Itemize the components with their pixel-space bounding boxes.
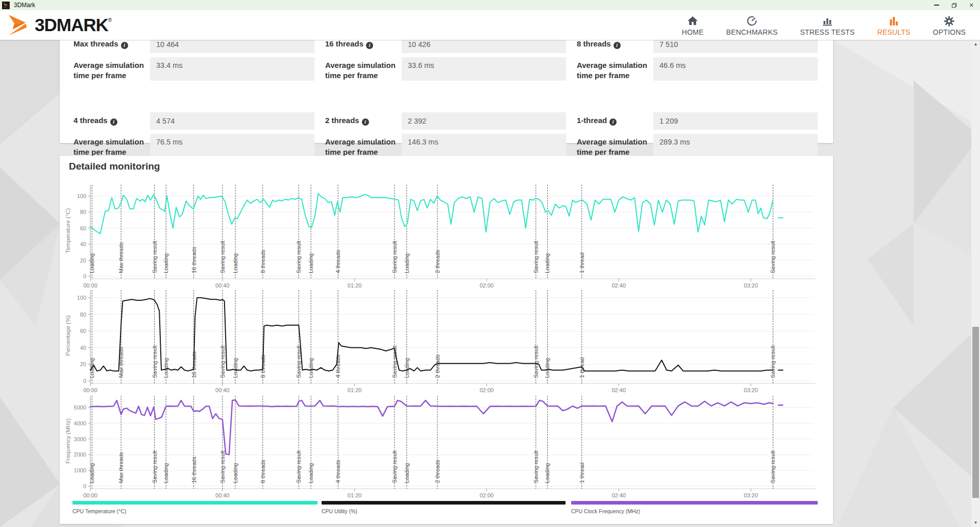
info-icon[interactable]: i: [614, 42, 621, 49]
y-tick-label: 0: [83, 483, 86, 489]
monitoring-card: Detailed monitoring 02040608010000:0000:…: [60, 156, 833, 524]
info-icon[interactable]: i: [362, 118, 369, 126]
score-label: 4 threadsi: [74, 115, 153, 126]
phase-label: Loading: [163, 253, 169, 273]
phase-label: 8 threads: [260, 250, 266, 273]
avg-sim-time-value: 33.4 ms: [150, 57, 314, 81]
nav-item-benchmarks[interactable]: BENCHMARKS: [726, 14, 778, 36]
nav-item-options[interactable]: OPTIONS: [933, 14, 966, 36]
avg-sim-time-label: Average simulation time per frame: [577, 137, 656, 158]
legend-label: CPU Temperature (°C): [72, 508, 317, 514]
score-label: 16 threadsi: [325, 40, 404, 49]
section-title: Detailed monitoring: [69, 161, 160, 172]
minimize-icon: [934, 5, 939, 6]
navbar: 3DMARK® HOMEBENCHMARKSSTRESS TESTSRESULT…: [0, 10, 980, 40]
phase-label: Loading: [89, 253, 95, 273]
main-navigation: HOMEBENCHMARKSSTRESS TESTSRESULTSOPTIONS: [682, 10, 966, 40]
x-tick-label: 02:40: [611, 282, 626, 289]
info-icon[interactable]: i: [110, 118, 117, 126]
x-tick-label: 02:00: [480, 387, 494, 393]
phase-label: Saving result: [391, 450, 398, 483]
phase-label: Saving result: [533, 450, 539, 483]
x-tick-label: 01:20: [348, 492, 362, 498]
phase-label: 1 thread: [579, 463, 585, 483]
x-tick-label: 03:20: [744, 492, 758, 498]
phase-label: Loading: [89, 463, 95, 483]
close-button[interactable]: ✕: [963, 0, 980, 10]
legend-label: CPU Utility (%): [322, 508, 566, 514]
score-value: 2 392: [402, 112, 566, 130]
phase-label: Loading: [308, 358, 314, 378]
nav-item-label: HOME: [682, 28, 704, 36]
nav-item-results[interactable]: RESULTS: [877, 14, 911, 36]
minimize-button[interactable]: [928, 0, 945, 10]
restore-icon: [951, 3, 957, 8]
y-tick-label: 80: [80, 209, 86, 215]
scrollbar[interactable]: ▲ ▼: [971, 40, 980, 527]
avg-sim-time-value: 146.3 ms: [402, 134, 566, 157]
avg-sim-time-value: 76.5 ms: [150, 134, 314, 157]
x-tick-label: 03:20: [744, 387, 758, 393]
phase-label: Saving result: [152, 241, 158, 273]
y-tick-label: 80: [80, 312, 86, 318]
nav-item-label: STRESS TESTS: [800, 28, 854, 36]
phase-label: Loading: [308, 463, 314, 483]
nav-item-label: BENCHMARKS: [726, 28, 778, 36]
y-tick-label: 60: [80, 225, 86, 231]
phase-label: 16 threads: [191, 247, 197, 273]
phase-label: Saving result: [296, 241, 302, 273]
phase-label: Loading: [544, 358, 550, 378]
legend-color-bar: [322, 501, 566, 505]
content-area: Max threadsi10 464Average simulation tim…: [0, 40, 980, 527]
x-tick-label: 01:20: [348, 387, 362, 393]
phase-label: 1 thread: [579, 253, 585, 273]
info-icon[interactable]: i: [121, 42, 128, 49]
phase-label: Loading: [308, 253, 314, 273]
phase-label: 4 threads: [335, 460, 341, 483]
phase-label: Saving result: [533, 345, 539, 378]
y-axis-title: Percentage (%): [65, 315, 71, 356]
maximize-button[interactable]: [945, 0, 963, 10]
info-icon[interactable]: i: [609, 118, 617, 126]
scroll-down-arrow[interactable]: ▼: [971, 518, 980, 527]
phase-label: Saving result: [219, 450, 226, 483]
phase-label: Saving result: [770, 241, 776, 273]
avg-sim-time-value: 46.6 ms: [653, 57, 818, 81]
legend-item: CPU Utility (%): [322, 501, 566, 514]
score-value: 10 426: [402, 40, 566, 53]
legend-label: CPU Clock Frequency (MHz): [571, 508, 818, 514]
legend-item: CPU Temperature (°C): [72, 501, 317, 514]
series-frequency: [90, 400, 773, 454]
avg-sim-time-label: Average simulation time per frame: [577, 60, 656, 81]
scrollbar-thumb[interactable]: [972, 327, 979, 498]
app-icon: [2, 2, 10, 9]
phase-label: Loading: [404, 253, 410, 273]
phase-label: Loading: [404, 463, 410, 483]
registered-mark: ®: [108, 17, 111, 23]
legend-color-bar: [72, 501, 317, 505]
y-tick-label: 20: [80, 257, 86, 264]
phase-label: Loading: [404, 358, 410, 378]
y-tick-label: 20: [80, 361, 86, 367]
y-tick-label: 0: [83, 378, 86, 384]
y-tick-label: 60: [80, 328, 86, 334]
scroll-up-arrow[interactable]: ▲: [971, 40, 980, 49]
nav-item-home[interactable]: HOME: [682, 14, 704, 36]
app-logo-mark: [3, 3, 9, 8]
nav-item-stress-tests[interactable]: STRESS TESTS: [800, 14, 854, 36]
score-value: 10 464: [150, 40, 314, 53]
info-icon[interactable]: i: [366, 42, 373, 49]
phase-label: Saving result: [219, 345, 226, 378]
x-tick-label: 00:00: [83, 387, 97, 393]
phase-label: Saving result: [770, 345, 776, 378]
y-tick-label: 3000: [74, 436, 86, 442]
phase-label: Saving result: [152, 450, 158, 483]
score-label: 8 threadsi: [577, 40, 656, 49]
window-title: 3DMark: [14, 2, 35, 9]
speedometer-icon: [746, 14, 758, 27]
phase-label: 16 threads: [191, 457, 197, 483]
phase-label: Loading: [232, 253, 238, 273]
titlebar: 3DMark ✕: [0, 0, 980, 10]
brand-logo[interactable]: 3DMARK®: [7, 13, 111, 37]
x-tick-label: 02:40: [611, 492, 626, 498]
